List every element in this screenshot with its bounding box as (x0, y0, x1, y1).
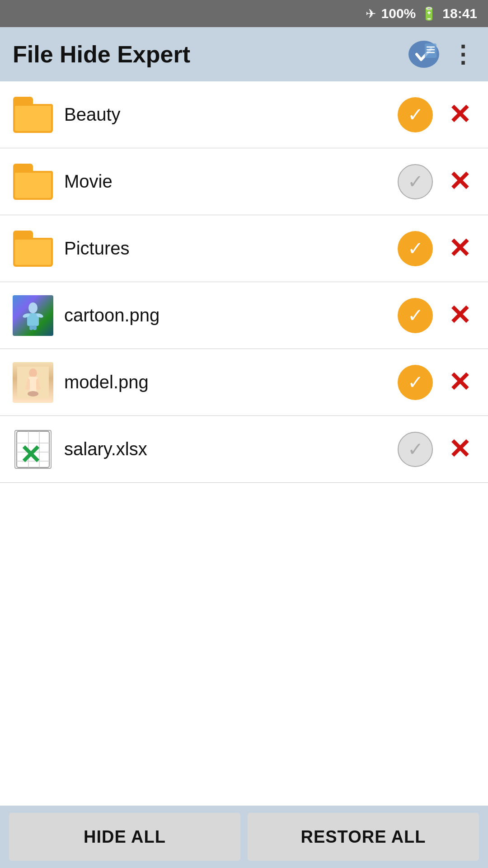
folder-icon-beauty (13, 94, 53, 135)
svg-rect-10 (29, 326, 33, 330)
image-thumb-model (13, 362, 53, 403)
list-item: model.png ✓ ✕ (0, 349, 488, 416)
image-thumb-cartoon (13, 295, 53, 336)
delete-icon: ✕ (448, 101, 471, 128)
bottom-action-bar: HIDE ALL RESTORE ALL (0, 806, 488, 868)
file-name-pictures: Pictures (64, 238, 387, 259)
delete-button-cartoon[interactable]: ✕ (444, 300, 475, 331)
delete-button-pictures[interactable]: ✕ (444, 233, 475, 264)
svg-point-13 (29, 368, 37, 377)
checkmark-icon: ✓ (408, 105, 423, 124)
status-bar: ✈ 100% 🔋 18:41 (0, 0, 488, 27)
delete-button-salary[interactable]: ✕ (444, 434, 475, 465)
checkmark-icon-inactive: ✓ (408, 440, 423, 459)
more-menu-icon[interactable]: ⋮ (451, 41, 475, 68)
delete-icon: ✕ (448, 369, 471, 396)
checkmark-icon: ✓ (408, 373, 423, 392)
check-button-model[interactable]: ✓ (398, 365, 433, 400)
check-button-pictures[interactable]: ✓ (398, 231, 433, 266)
list-item: Pictures ✓ ✕ (0, 215, 488, 282)
battery-level: 100% (381, 6, 416, 21)
airplane-icon: ✈ (366, 6, 376, 21)
svg-point-14 (28, 391, 38, 396)
svg-rect-11 (33, 326, 37, 330)
checkmark-icon: ✓ (408, 306, 423, 325)
file-name-salary: salary.xlsx (64, 439, 387, 459)
delete-icon: ✕ (448, 302, 471, 329)
folder-icon-movie (13, 161, 53, 202)
check-button-salary[interactable]: ✓ (398, 432, 433, 467)
app-title: File Hide Expert (13, 41, 400, 68)
file-name-beauty: Beauty (64, 104, 387, 125)
clock: 18:41 (442, 6, 477, 21)
svg-point-6 (28, 302, 38, 313)
hide-all-button[interactable]: HIDE ALL (9, 813, 240, 861)
svg-rect-1 (425, 43, 436, 58)
file-list: Beauty ✓ ✕ Movie ✓ ✕ (0, 81, 488, 806)
list-item: ✕ salary.xlsx ✓ ✕ (0, 416, 488, 483)
folder-icon-pictures (13, 228, 53, 269)
list-item: Beauty ✓ ✕ (0, 81, 488, 148)
logo-icon[interactable] (408, 40, 440, 69)
checkmark-icon: ✓ (408, 239, 423, 258)
delete-button-model[interactable]: ✕ (444, 367, 475, 398)
list-item: Movie ✓ ✕ (0, 148, 488, 215)
battery-icon: 🔋 (421, 6, 437, 21)
svg-text:✕: ✕ (19, 440, 42, 468)
file-name-movie: Movie (64, 171, 387, 192)
file-name-model: model.png (64, 372, 387, 392)
check-button-movie[interactable]: ✓ (398, 164, 433, 199)
delete-button-movie[interactable]: ✕ (444, 166, 475, 198)
file-name-cartoon: cartoon.png (64, 305, 387, 326)
delete-icon: ✕ (448, 168, 471, 195)
excel-icon-salary: ✕ (13, 429, 53, 470)
restore-all-button[interactable]: RESTORE ALL (248, 813, 479, 861)
checkmark-icon-inactive: ✓ (408, 172, 423, 191)
list-item: cartoon.png ✓ ✕ (0, 282, 488, 349)
check-button-cartoon[interactable]: ✓ (398, 298, 433, 333)
check-button-beauty[interactable]: ✓ (398, 97, 433, 132)
delete-button-beauty[interactable]: ✕ (444, 99, 475, 131)
delete-icon: ✕ (448, 235, 471, 262)
delete-icon: ✕ (448, 436, 471, 463)
app-header: File Hide Expert ⋮ (0, 27, 488, 81)
